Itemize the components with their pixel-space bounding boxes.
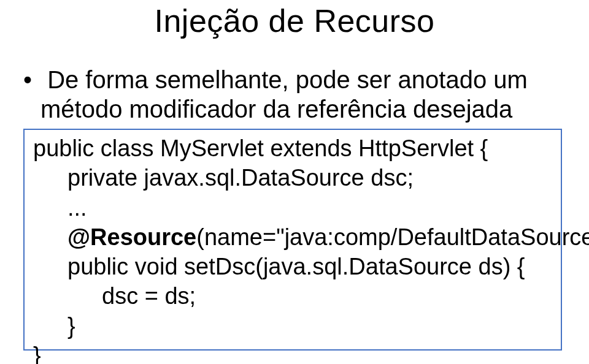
- bullet-text-line2: método modificador da referência desejad…: [23, 94, 571, 124]
- bullet-text-line1: De forma semelhante, pode ser anotado um: [47, 66, 528, 93]
- code-line: }: [33, 341, 552, 364]
- code-line: ...: [33, 193, 552, 222]
- code-line: @Resource(name="java:comp/DefaultDataSou…: [33, 222, 552, 252]
- code-line: public class MyServlet extends HttpServl…: [33, 134, 552, 163]
- code-line: }: [33, 311, 552, 341]
- code-line: dsc = ds;: [33, 281, 552, 311]
- code-annotation: @Resource: [67, 224, 196, 250]
- slide: Injeção de Recurso De forma semelhante, …: [0, 0, 589, 364]
- code-annotation-args: (name="java:comp/DefaultDataSource"): [196, 224, 589, 250]
- bullet-item: De forma semelhante, pode ser anotado um…: [23, 64, 571, 124]
- code-line: public void setDsc(java.sql.DataSource d…: [33, 252, 552, 281]
- slide-title: Injeção de Recurso: [0, 2, 589, 39]
- code-box: public class MyServlet extends HttpServl…: [23, 129, 562, 351]
- code-line: private javax.sql.DataSource dsc;: [33, 163, 552, 192]
- slide-body: De forma semelhante, pode ser anotado um…: [23, 64, 571, 124]
